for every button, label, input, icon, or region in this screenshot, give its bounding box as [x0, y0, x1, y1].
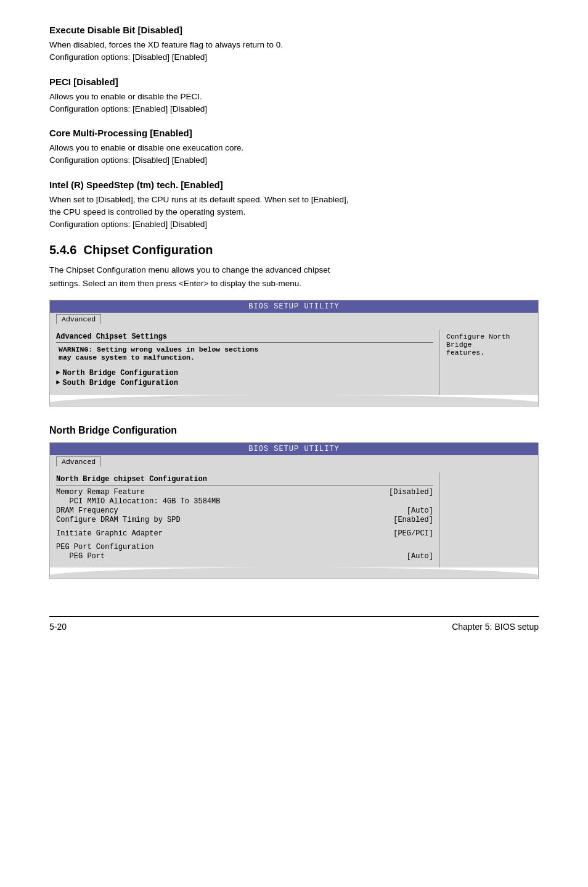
bios2-row-value: [Disabled]	[389, 488, 433, 497]
bios-top-bar-1: Advanced	[50, 313, 538, 326]
core-multi-processing-title: Core Multi-Processing [Enabled]	[49, 128, 539, 138]
bios2-row-label: DRAM Frequency	[56, 506, 118, 515]
bios2-row-label: PCI MMIO Allocation: 4GB To 3584MB	[56, 497, 220, 506]
bios-menu-label-north: North Bridge Configuration	[63, 369, 178, 377]
execute-disable-bit-body: When disabled, forces the XD feature fla…	[49, 39, 539, 64]
bios2-row-label: PEG Port Configuration	[56, 543, 153, 551]
footer-left: 5-20	[49, 622, 67, 632]
peci-body: Allows you to enable or disable the PECI…	[49, 91, 539, 116]
bios-content-1: Advanced Chipset Settings WARNING: Setti…	[50, 326, 538, 395]
bios-left-2: North Bridge chipset Configuration Memor…	[50, 472, 439, 567]
page-footer: 5-20 Chapter 5: BIOS setup	[49, 616, 539, 632]
north-bridge-section: North Bridge Configuration	[49, 425, 539, 436]
core-multi-processing-section: Core Multi-Processing [Enabled] Allows y…	[49, 128, 539, 167]
bios2-row: DRAM Frequency[Auto]	[56, 506, 433, 515]
chapter-section: 5.4.6 Chipset Configuration The Chipset …	[49, 243, 539, 290]
chapter-body: The Chipset Configuration menu allows yo…	[49, 263, 539, 290]
bios-wave-bottom-1	[50, 395, 538, 406]
execute-disable-bit-section: Execute Disable Bit [Disabled] When disa…	[49, 25, 539, 64]
chapter-heading: 5.4.6 Chipset Configuration	[49, 243, 539, 257]
bios2-row: PEG Port Configuration	[56, 543, 433, 551]
bios-screenshot-2: BIOS SETUP UTILITY Advanced North Bridge…	[49, 442, 539, 579]
bios-menu-label-south: South Bridge Configuration	[63, 379, 178, 387]
bios-arrow-south: ►	[56, 379, 60, 386]
bios-warning-1: WARNING: Setting wrong values in below s…	[56, 345, 433, 361]
bios-section-title-2: North Bridge chipset Configuration	[56, 475, 433, 485]
bios2-row: PCI MMIO Allocation: 4GB To 3584MB	[56, 497, 433, 506]
chapter-title: Chipset Configuration	[84, 243, 213, 257]
bios-right-1: Configure North Bridge features.	[439, 330, 538, 395]
north-bridge-title: North Bridge Configuration	[49, 425, 539, 436]
execute-disable-bit-title: Execute Disable Bit [Disabled]	[49, 25, 539, 35]
bios-right-2	[439, 472, 538, 567]
bios-header-2: BIOS SETUP UTILITY	[50, 443, 538, 455]
peci-title: PECI [Disabled]	[49, 76, 539, 87]
bios2-row-label: Initiate Graphic Adapter	[56, 529, 163, 538]
bios2-row-label: Memory Remap Feature	[56, 488, 145, 497]
intel-speedstep-section: Intel (R) SpeedStep (tm) tech. [Enabled]…	[49, 179, 539, 231]
bios2-row-label: Configure DRAM Timing by SPD	[56, 516, 181, 524]
footer-right: Chapter 5: BIOS setup	[452, 622, 539, 632]
intel-speedstep-body: When set to [Disabled], the CPU runs at …	[49, 194, 539, 231]
bios-advanced-tab-1: Advanced	[56, 314, 101, 324]
core-multi-processing-body: Allows you to enable or disable one exeu…	[49, 142, 539, 167]
bios-menu-item-north: ► North Bridge Configuration	[56, 369, 433, 377]
bios-arrow-north: ►	[56, 369, 60, 376]
bios2-row-value: [PEG/PCI]	[393, 529, 433, 538]
bios2-row: Configure DRAM Timing by SPD[Enabled]	[56, 516, 433, 524]
bios-left-1: Advanced Chipset Settings WARNING: Setti…	[50, 330, 439, 395]
bios-screenshot-1: BIOS SETUP UTILITY Advanced Advanced Chi…	[49, 300, 539, 406]
bios-section-title-1: Advanced Chipset Settings	[56, 332, 433, 343]
bios2-row-label: PEG Port	[56, 552, 105, 561]
bios2-row-value: [Auto]	[407, 506, 433, 515]
bios-wave-bottom-2	[50, 567, 538, 579]
bios2-row-value: [Enabled]	[393, 516, 433, 524]
bios-top-bar-2: Advanced	[50, 455, 538, 469]
bios2-rows: Memory Remap Feature[Disabled] PCI MMIO …	[56, 488, 433, 561]
bios-menu-item-south: ► South Bridge Configuration	[56, 379, 433, 387]
bios2-row: PEG Port[Auto]	[56, 552, 433, 561]
bios2-row-value: [Auto]	[407, 552, 433, 561]
bios-advanced-tab-2: Advanced	[56, 456, 101, 466]
peci-section: PECI [Disabled] Allows you to enable or …	[49, 76, 539, 116]
bios-header-1: BIOS SETUP UTILITY	[50, 300, 538, 313]
intel-speedstep-title: Intel (R) SpeedStep (tm) tech. [Enabled]	[49, 179, 539, 190]
bios-content-2: North Bridge chipset Configuration Memor…	[50, 469, 538, 567]
chapter-number: 5.4.6	[49, 243, 76, 257]
bios2-row: Initiate Graphic Adapter[PEG/PCI]	[56, 529, 433, 538]
bios2-row: Memory Remap Feature[Disabled]	[56, 488, 433, 497]
